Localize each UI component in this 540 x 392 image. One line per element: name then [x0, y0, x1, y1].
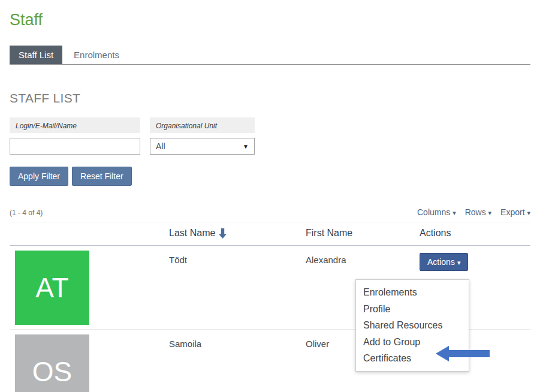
menu-item-shared-resources[interactable]: Shared Resources — [356, 317, 469, 334]
menu-item-enrolements[interactable]: Enrolements — [356, 284, 469, 301]
org-unit-select[interactable]: All ▼ — [150, 138, 255, 155]
org-unit-selected-value: All — [156, 141, 165, 151]
columns-menu[interactable]: Columns ▾ — [417, 207, 456, 217]
login-filter-label: Login/E-Mail/Name — [10, 117, 140, 133]
avatar: AT — [15, 251, 89, 325]
apply-filter-button[interactable]: Apply Filter — [10, 167, 68, 186]
tab-enrolments[interactable]: Enrolments — [65, 46, 128, 64]
org-unit-filter-field: Organisational Unit All ▼ — [150, 117, 255, 155]
table-header-row: Last Name First Name Actions — [10, 222, 530, 246]
tab-staff-list[interactable]: Staff List — [10, 46, 62, 64]
header-first-name[interactable]: First Name — [306, 228, 420, 239]
actions-dropdown-button[interactable]: Actions▾ — [420, 253, 468, 271]
reset-filter-button[interactable]: Reset Filter — [72, 167, 132, 186]
staff-page: Staff Staff List Enrolments STAFF LIST L… — [0, 0, 540, 392]
last-name-cell: Tödt — [169, 246, 306, 329]
last-name-cell: Samoila — [169, 330, 306, 392]
section-title: STAFF LIST — [10, 91, 530, 105]
select-caret-icon: ▼ — [243, 143, 249, 150]
avatar-initials: OS — [32, 355, 72, 388]
pagination-info: (1 - 4 of 4) — [10, 209, 43, 217]
avatar: OS — [15, 334, 89, 392]
chevron-down-icon: ▾ — [488, 209, 492, 216]
menu-item-profile[interactable]: Profile — [356, 301, 469, 318]
avatar-initials: AT — [35, 272, 68, 304]
chevron-down-icon: ▾ — [527, 209, 530, 216]
filter-buttons: Apply Filter Reset Filter — [10, 167, 530, 186]
rows-menu[interactable]: Rows ▾ — [465, 207, 491, 217]
chevron-down-icon: ▾ — [452, 209, 456, 216]
chevron-down-icon: ▾ — [457, 259, 461, 266]
filter-panel: Login/E-Mail/Name Organisational Unit Al… — [10, 117, 530, 155]
org-unit-filter-label: Organisational Unit — [150, 117, 255, 133]
sort-descending-icon — [219, 228, 227, 239]
header-avatar-column — [10, 228, 169, 239]
login-filter-input[interactable] — [10, 138, 140, 155]
header-actions: Actions — [420, 228, 530, 239]
header-last-name[interactable]: Last Name — [169, 228, 306, 239]
table-toolbar: (1 - 4 of 4) Columns ▾ Rows ▾ Export ▾ — [10, 207, 530, 217]
login-filter-field: Login/E-Mail/Name — [10, 117, 140, 155]
tab-bar: Staff List Enrolments — [10, 46, 530, 65]
export-menu[interactable]: Export ▾ — [500, 207, 530, 217]
page-title: Staff — [0, 0, 540, 29]
annotation-arrow-left-icon — [436, 346, 490, 361]
